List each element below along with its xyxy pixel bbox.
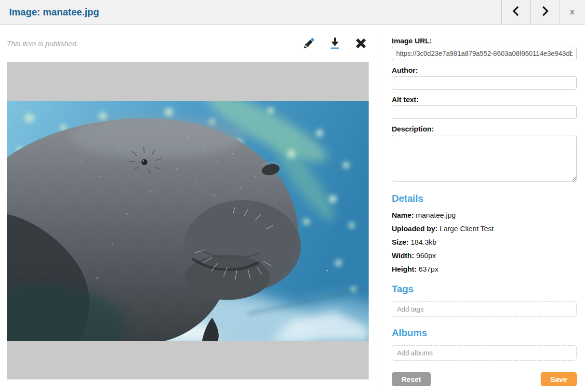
alt-text-field-group: Alt text:: [392, 95, 577, 119]
previous-image-button[interactable]: [501, 0, 530, 24]
image-url-input[interactable]: [392, 47, 577, 60]
image-meta-sidebar: Image URL: Author: Alt text: Description…: [380, 25, 585, 392]
author-label: Author:: [392, 65, 577, 75]
description-textarea[interactable]: [392, 135, 577, 182]
alt-text-input[interactable]: [392, 105, 577, 119]
download-icon[interactable]: [329, 37, 341, 50]
save-button[interactable]: Save: [541, 372, 577, 386]
add-tags-input[interactable]: [392, 301, 577, 317]
detail-row-width: Width: 960px: [392, 251, 577, 260]
published-status-text: This item is published.: [7, 39, 78, 48]
detail-row-name: Name: manatee.jpg: [392, 211, 577, 219]
image-stage: [7, 62, 369, 379]
chevron-right-icon: [540, 5, 550, 19]
action-buttons-row: Reset Save: [392, 372, 577, 386]
close-x-icon: x: [570, 7, 574, 17]
chevron-left-icon: [511, 5, 521, 19]
close-modal-button[interactable]: x: [559, 0, 585, 24]
alt-text-label: Alt text:: [392, 95, 577, 105]
modal-header: Image: manatee.jpg x: [0, 0, 585, 25]
author-field-group: Author:: [392, 65, 577, 90]
details-heading: Details: [392, 193, 577, 204]
remove-x-icon[interactable]: [354, 37, 368, 50]
manatee-photo[interactable]: [7, 101, 369, 341]
albums-heading: Albums: [392, 327, 577, 339]
add-albums-input[interactable]: [392, 345, 577, 361]
description-field-group: Description:: [392, 124, 577, 183]
tags-heading: Tags: [392, 284, 577, 295]
image-url-label: Image URL:: [392, 36, 577, 46]
next-image-button[interactable]: [530, 0, 559, 24]
author-input[interactable]: [392, 76, 577, 90]
description-label: Description:: [392, 124, 577, 134]
reset-button[interactable]: Reset: [392, 372, 431, 386]
image-detail-modal: Image: manatee.jpg x This item is publis…: [0, 0, 585, 392]
page-title: Image: manatee.jpg: [0, 0, 99, 24]
detail-row-height: Height: 637px: [392, 265, 577, 273]
header-nav: x: [501, 0, 585, 24]
image-url-field-group: Image URL:: [392, 36, 577, 60]
detail-row-uploaded-by: Uploaded by: Large Client Test: [392, 224, 577, 233]
image-preview-panel: This item is published.: [0, 25, 380, 392]
detail-row-size: Size: 184.3kb: [392, 238, 577, 246]
edit-pencil-icon[interactable]: [302, 37, 316, 50]
